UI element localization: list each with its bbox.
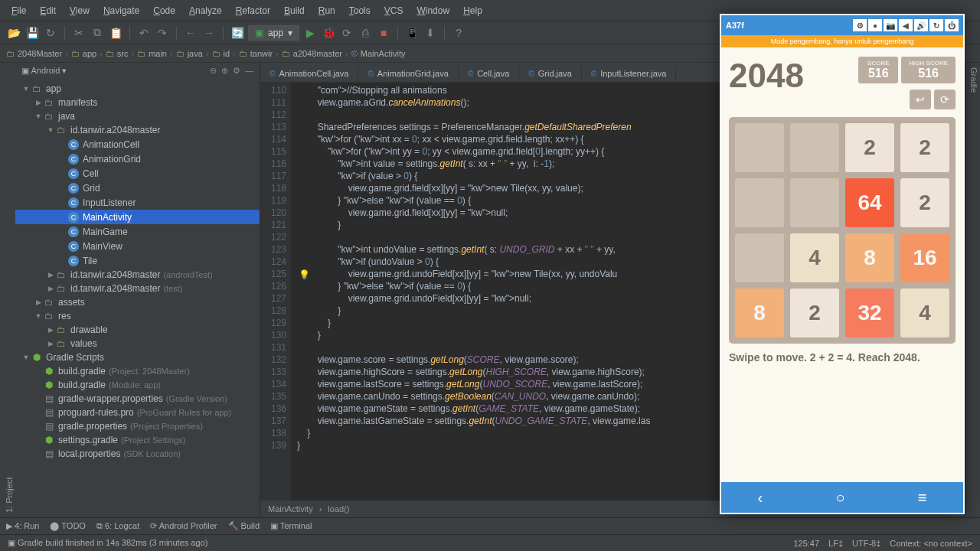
crumb-src[interactable]: 🗀 src	[106, 49, 129, 58]
debug-icon[interactable]: 🐞	[321, 25, 336, 41]
bottomtab[interactable]: ⬤ TODO	[50, 521, 85, 531]
forward-icon[interactable]: →	[201, 25, 217, 41]
bottomtab[interactable]: ▶ 4: Run	[6, 521, 39, 531]
tab-AnimationGrid.java[interactable]: ©AnimationGrid.java	[358, 65, 458, 82]
tree-app[interactable]: ▼🗀app	[15, 82, 260, 96]
tree-id.tanwir.a2048master[interactable]: ▶🗀id.tanwir.a2048master(test)	[15, 282, 260, 295]
menu-analyze[interactable]: Analyze	[182, 2, 229, 19]
crumb-a2048master[interactable]: 🗀 a2048master	[282, 49, 342, 58]
gradle-tab[interactable]: Gradle	[969, 67, 978, 513]
nav-menu-icon[interactable]: ≡	[918, 489, 927, 507]
right-tool-strip[interactable]: Gradle	[965, 63, 980, 517]
tree-AnimationCell[interactable]: CAnimationCell	[15, 137, 260, 152]
intention-bulb-icon[interactable]: 💡	[299, 269, 310, 280]
crumb-2048Master[interactable]: 🗀 2048Master	[6, 49, 62, 58]
hide-icon[interactable]: —	[245, 66, 253, 76]
tree-Cell[interactable]: CCell	[15, 166, 260, 181]
attach-icon[interactable]: ⎙	[358, 25, 373, 41]
undo-icon[interactable]: ↶	[136, 25, 152, 41]
nav-back-icon[interactable]: ‹	[758, 489, 763, 507]
refresh-icon[interactable]: ↻	[43, 25, 58, 41]
menu-help[interactable]: Help	[456, 2, 489, 19]
bottomtab[interactable]: ▣ Terminal	[270, 521, 312, 531]
redo-icon[interactable]: ↷	[155, 25, 170, 41]
project-tree[interactable]: ▼🗀app▶🗀manifests▼🗀java▼🗀id.tanwir.a2048m…	[15, 79, 260, 464]
menu-tools[interactable]: Tools	[342, 2, 377, 19]
menu-refactor[interactable]: Refactor	[229, 2, 277, 19]
tree-gradle.properties[interactable]: ▤gradle.properties(Project Properties)	[15, 419, 260, 433]
tree-Gradle Scripts[interactable]: ▼⬢Gradle Scripts	[15, 350, 260, 364]
left-tool-strip[interactable]: Captures 7: Structure 1: Project	[0, 63, 15, 517]
crumb-id[interactable]: 🗀 id	[212, 49, 230, 58]
tree-MainView[interactable]: CMainView	[15, 239, 260, 253]
bottomtab[interactable]: 🔨 Build	[228, 521, 260, 531]
emu-settings-icon[interactable]: ⚙	[853, 19, 867, 31]
help-icon[interactable]: ?	[451, 25, 466, 41]
tree-gradle-wrapper.properties[interactable]: ▤gradle-wrapper.properties(Gradle Versio…	[15, 392, 260, 406]
locate-icon[interactable]: ⊕	[221, 66, 228, 76]
menu-window[interactable]: Window	[410, 2, 456, 19]
menu-edit[interactable]: Edit	[33, 2, 63, 19]
emu-rotate-icon[interactable]: ↻	[929, 19, 943, 31]
tree-AnimationGrid[interactable]: CAnimationGrid	[15, 152, 260, 166]
back-icon[interactable]: ←	[183, 25, 198, 41]
tree-java[interactable]: ▼🗀java	[15, 109, 260, 123]
tree-build.gradle[interactable]: ⬢build.gradle(Project: 2048Master)	[15, 364, 260, 378]
crumb-app[interactable]: 🗀 app	[71, 49, 96, 58]
save-icon[interactable]: 💾	[24, 25, 40, 41]
tree-values[interactable]: ▶🗀values	[15, 337, 260, 350]
crumb-main[interactable]: 🗀 main	[137, 49, 167, 58]
crumb-tanwir[interactable]: 🗀 tanwir	[239, 49, 273, 58]
game-screen[interactable]: 2048 SCORE 516 HIGH SCORE 516 ↩ ⟳	[721, 47, 963, 482]
tree-InputListener[interactable]: CInputListener	[15, 195, 260, 210]
game-grid[interactable]: 22642481682324	[729, 117, 956, 344]
tree-assets[interactable]: ▶🗀assets	[15, 295, 260, 309]
tree-MainActivity[interactable]: CMainActivity	[15, 210, 260, 224]
menu-run[interactable]: Run	[312, 2, 342, 19]
cut-icon[interactable]: ✂	[71, 25, 87, 41]
collapse-icon[interactable]: ⊖	[210, 66, 217, 76]
tree-manifests[interactable]: ▶🗀manifests	[15, 96, 260, 109]
crumb-java[interactable]: 🗀 java	[176, 49, 203, 58]
tree-id.tanwir.a2048master[interactable]: ▼🗀id.tanwir.a2048master	[15, 123, 260, 137]
settings-icon[interactable]: ⚙	[233, 66, 240, 76]
tree-MainGame[interactable]: CMainGame	[15, 224, 260, 239]
menu-file[interactable]: File	[5, 2, 33, 19]
bottomtab[interactable]: ⟳ Android Profiler	[150, 521, 217, 531]
menu-vcs[interactable]: VCS	[377, 2, 410, 19]
menu-build[interactable]: Build	[277, 2, 312, 19]
tree-Tile[interactable]: CTile	[15, 253, 260, 268]
tree-settings.gradle[interactable]: ⬢settings.gradle(Project Settings)	[15, 433, 260, 447]
bottomtab[interactable]: ⧉ 6: Logcat	[96, 521, 139, 531]
avd-icon[interactable]: 📱	[404, 25, 420, 41]
emu-back-btn[interactable]: ◀	[899, 19, 913, 31]
emu-record-icon[interactable]: ●	[868, 19, 882, 31]
tab-Cell.java[interactable]: ©Cell.java	[459, 65, 520, 82]
paste-icon[interactable]: 📋	[108, 25, 123, 41]
restart-button[interactable]: ⟳	[934, 90, 956, 109]
bottom-tool-tabs[interactable]: ▶ 4: Run⬤ TODO⧉ 6: Logcat⟳ Android Profi…	[0, 517, 980, 534]
emu-sound-icon[interactable]: 🔊	[914, 19, 928, 31]
tree-build.gradle[interactable]: ⬢build.gradle(Module: app)	[15, 378, 260, 392]
open-icon[interactable]: 📂	[6, 25, 21, 41]
menu-view[interactable]: View	[63, 2, 96, 19]
tree-proguard-rules.pro[interactable]: ▤proguard-rules.pro(ProGuard Rules for a…	[15, 406, 260, 419]
undo-button[interactable]: ↩	[910, 90, 931, 109]
emu-power-icon[interactable]: ⏻	[945, 19, 959, 31]
crumb-MainActivity[interactable]: © MainActivity	[351, 49, 406, 58]
tree-drawable[interactable]: ▶🗀drawable	[15, 323, 260, 337]
tree-id.tanwir.a2048master[interactable]: ▶🗀id.tanwir.a2048master(androidTest)	[15, 268, 260, 282]
tree-Grid[interactable]: CGrid	[15, 181, 260, 195]
run-icon[interactable]: ▶	[302, 25, 318, 41]
tab-InputListener.java[interactable]: ©InputListener.java	[582, 65, 677, 82]
menu-code[interactable]: Code	[146, 2, 182, 19]
tab-Grid.java[interactable]: ©Grid.java	[519, 65, 581, 82]
tree-local.properties[interactable]: ▤local.properties(SDK Location)	[15, 447, 260, 461]
sync-icon[interactable]: 🔄	[230, 25, 245, 41]
nav-home-icon[interactable]: ○	[835, 489, 844, 507]
copy-icon[interactable]: ⧉	[90, 25, 105, 41]
sdk-icon[interactable]: ⬇	[423, 25, 438, 41]
tab-AnimationCell.java[interactable]: ©AnimationCell.java	[260, 65, 358, 82]
stop-icon[interactable]: ■	[376, 25, 391, 41]
run-config-select[interactable]: ▣app ▾	[248, 25, 299, 41]
